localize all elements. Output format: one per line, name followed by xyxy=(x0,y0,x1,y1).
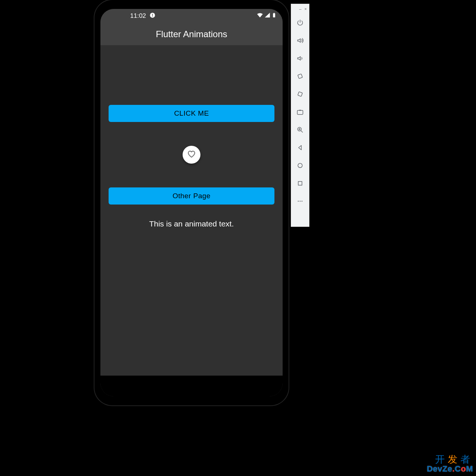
power-button[interactable] xyxy=(293,15,308,32)
volume-up-icon xyxy=(296,37,304,46)
watermark: 开发者 DevZe.CoM xyxy=(427,454,473,473)
svg-rect-3 xyxy=(273,13,275,17)
watermark-cn-3: 者 xyxy=(460,454,473,465)
debug-icon xyxy=(149,12,156,20)
overview-icon xyxy=(296,180,304,189)
phone-screen: 11:02 xyxy=(100,9,283,396)
wifi-icon xyxy=(257,12,263,20)
nav-home-button[interactable] xyxy=(293,157,308,175)
home-icon xyxy=(296,162,304,171)
window-close-button[interactable]: × xyxy=(305,7,307,11)
other-page-button-label: Other Page xyxy=(173,192,210,200)
power-icon xyxy=(296,19,304,28)
heart-icon xyxy=(187,149,196,160)
heart-fab-button[interactable] xyxy=(183,146,200,164)
svg-point-15 xyxy=(302,201,303,202)
volume-down-icon xyxy=(296,55,304,64)
svg-point-11 xyxy=(298,163,302,168)
svg-point-8 xyxy=(299,112,301,113)
app-body: CLICK ME Other Page This is an animated … xyxy=(100,45,283,376)
nav-back-button[interactable] xyxy=(293,139,308,157)
app-bar-title: Flutter Animations xyxy=(156,29,227,39)
svg-rect-1 xyxy=(152,14,153,16)
svg-rect-4 xyxy=(274,13,274,13)
svg-point-14 xyxy=(300,201,301,202)
more-icon xyxy=(296,197,304,206)
nav-overview-button[interactable] xyxy=(293,175,308,193)
watermark-domain-o: o xyxy=(461,464,466,473)
watermark-domain-c: C xyxy=(455,464,461,473)
status-time: 11:02 xyxy=(130,12,146,20)
signal-icon xyxy=(264,12,271,20)
svg-rect-6 xyxy=(298,92,303,97)
watermark-cn-2: 发 xyxy=(448,454,460,465)
camera-icon xyxy=(296,108,304,117)
battery-icon xyxy=(271,12,277,20)
more-options-button[interactable] xyxy=(293,193,308,211)
emulator-side-toolbar: – × xyxy=(291,4,309,227)
window-minimize-button[interactable]: – xyxy=(299,7,301,11)
volume-up-button[interactable] xyxy=(293,32,308,50)
svg-rect-5 xyxy=(298,74,303,79)
watermark-domain-dot: . xyxy=(452,464,455,473)
emulator-window-controls: – × xyxy=(291,6,309,12)
animated-text: This is an animated text. xyxy=(149,219,234,228)
watermark-cn-1: 开 xyxy=(435,454,448,465)
rotate-right-icon xyxy=(296,90,304,99)
watermark-domain-prefix: DevZe xyxy=(427,464,453,473)
click-me-button[interactable]: CLICK ME xyxy=(109,105,274,122)
svg-rect-12 xyxy=(298,181,302,185)
android-nav-bar xyxy=(100,376,283,396)
emulator-device-frame: 11:02 xyxy=(94,0,289,405)
svg-rect-2 xyxy=(152,16,153,17)
rotate-left-icon xyxy=(296,73,304,81)
volume-down-button[interactable] xyxy=(293,50,308,68)
zoom-icon xyxy=(296,126,304,135)
svg-rect-9 xyxy=(299,110,301,111)
screenshot-button[interactable] xyxy=(293,104,308,122)
app-bar: Flutter Animations xyxy=(100,23,283,45)
watermark-domain-m: M xyxy=(466,464,473,473)
rotate-right-button[interactable] xyxy=(293,86,308,104)
svg-point-13 xyxy=(298,201,299,202)
zoom-button[interactable] xyxy=(293,122,308,139)
back-icon xyxy=(296,144,304,153)
click-me-button-label: CLICK ME xyxy=(174,109,209,118)
rotate-left-button[interactable] xyxy=(293,68,308,86)
status-bar: 11:02 xyxy=(100,9,283,23)
other-page-button[interactable]: Other Page xyxy=(109,187,274,205)
